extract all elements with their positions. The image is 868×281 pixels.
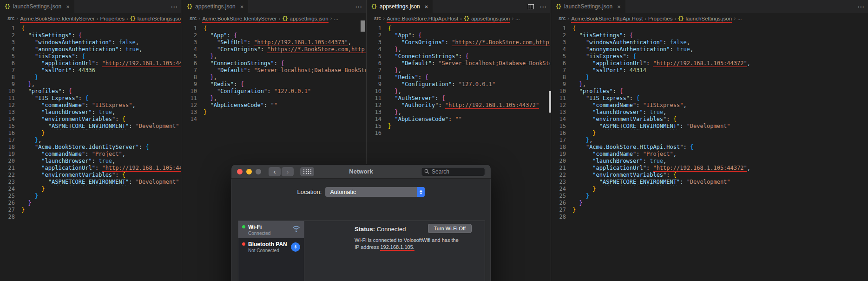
code-line[interactable]: 10 },: [367, 88, 550, 95]
code-line[interactable]: 15 "ASPNETCORE_ENVIRONMENT": "Developmen…: [551, 123, 868, 130]
code-line[interactable]: 16: [367, 130, 550, 137]
tab-close-icon[interactable]: ×: [66, 4, 70, 10]
breadcrumb-segment[interactable]: Acme.BookStore.HttpApi.Host: [571, 16, 643, 23]
more-actions-icon[interactable]: ⋯: [539, 3, 546, 10]
breadcrumb-segment[interactable]: Properties: [648, 16, 672, 23]
code-line[interactable]: 3 "windowsAuthentication": false,: [551, 39, 868, 46]
tab-launchsettings-httpapi-host[interactable]: {} launchSettings.json ×: [551, 0, 626, 13]
back-button[interactable]: ‹: [269, 167, 281, 176]
tab-close-icon[interactable]: ×: [240, 4, 244, 10]
code-line[interactable]: 7 "Default": "Server=localhost;Database=…: [182, 67, 366, 74]
code-line[interactable]: 19 "commandName": "Project",: [0, 151, 181, 158]
service-item-bluetooth-pan[interactable]: Bluetooth PAN Not Connected: [238, 238, 304, 255]
code-line[interactable]: 23 "ASPNETCORE_ENVIRONMENT": "Developmen…: [0, 179, 181, 186]
breadcrumb-segment[interactable]: Acme.BookStore.HttpApi.Host: [387, 16, 458, 23]
code-line[interactable]: 22 "environmentVariables": {: [0, 172, 181, 179]
code-line[interactable]: 12 "Authority": "http://192.168.1.105:44…: [367, 102, 550, 109]
close-window-icon[interactable]: [237, 169, 243, 174]
code-line[interactable]: 19 "commandName": "Project",: [551, 151, 868, 158]
show-all-grid-icon[interactable]: [300, 167, 314, 176]
breadcrumb-segment[interactable]: Acme.BookStore.IdentityServer: [20, 16, 94, 23]
code-line[interactable]: 1{: [182, 25, 366, 32]
window-title-bar[interactable]: ‹ › Network Search: [231, 165, 491, 179]
code-line[interactable]: 4 "anonymousAuthentication": true,: [0, 46, 181, 53]
code-line[interactable]: 1{: [551, 25, 868, 32]
code-line[interactable]: 9 "Redis": {: [182, 81, 366, 88]
code-line[interactable]: 2 "iisSettings": {: [0, 32, 181, 39]
code-line[interactable]: 9 },: [0, 81, 181, 88]
tab-close-icon[interactable]: ×: [425, 4, 428, 10]
code-line[interactable]: 16 }: [551, 130, 868, 137]
tab-close-icon[interactable]: ×: [617, 4, 621, 10]
code-line[interactable]: 12 "commandName": "IISExpress",: [0, 102, 181, 109]
location-dropdown[interactable]: Automatic: [325, 187, 425, 197]
code-line[interactable]: 14: [182, 116, 366, 123]
code-line[interactable]: 14 "AbpLicenseCode": "": [367, 116, 550, 123]
breadcrumb-segment[interactable]: ...: [737, 15, 742, 21]
code-line[interactable]: 18 "Acme.BookStore.IdentityServer": {: [0, 144, 181, 151]
code-line[interactable]: 2 "iisSettings": {: [551, 32, 868, 39]
breadcrumb-file-segment[interactable]: {}launchSettings.json: [678, 16, 732, 23]
code-line[interactable]: 14 "environmentVariables": {: [0, 116, 181, 123]
code-line[interactable]: 23 "ASPNETCORE_ENVIRONMENT": "Developmen…: [551, 179, 868, 186]
code-line[interactable]: 6 "Default": "Server=localhost;Database=…: [367, 60, 550, 67]
breadcrumb-segment[interactable]: Acme.BookStore.IdentityServer: [202, 16, 276, 23]
breadcrumb-segment[interactable]: ...: [515, 15, 520, 21]
code-line[interactable]: 17 },: [551, 137, 868, 144]
breadcrumb-segment[interactable]: ...: [334, 15, 338, 21]
code-line[interactable]: 3 "windowsAuthentication": false,: [0, 39, 181, 46]
code-line[interactable]: 8 }: [0, 74, 181, 81]
minimize-window-icon[interactable]: [246, 169, 252, 174]
code-line[interactable]: 26 }: [0, 200, 181, 207]
code-line[interactable]: 15 "ASPNETCORE_ENVIRONMENT": "Developmen…: [0, 123, 181, 130]
search-field[interactable]: Search: [421, 167, 485, 176]
code-line[interactable]: 5 "iisExpress": {: [0, 53, 181, 60]
code-line[interactable]: 21 "applicationUrl": "http://192.168.1.1…: [551, 165, 868, 172]
code-line[interactable]: 25 }: [551, 193, 868, 200]
code-line[interactable]: 2 "App": {: [367, 32, 550, 39]
code-line[interactable]: 13 "launchBrowser": true,: [551, 109, 868, 116]
breadcrumb-file-segment[interactable]: {}appsettings.json: [464, 16, 510, 23]
code-line[interactable]: 15}: [367, 123, 550, 130]
code-line[interactable]: 9 },: [551, 81, 868, 88]
code-line[interactable]: 13}: [182, 109, 366, 116]
code-line[interactable]: 28: [0, 214, 181, 221]
code-line[interactable]: 26 }: [551, 200, 868, 207]
breadcrumb-file-segment[interactable]: {}launchSettings.json: [130, 16, 181, 23]
code-line[interactable]: 5 "ConnectionStrings": {: [367, 53, 550, 60]
split-editor-icon[interactable]: [528, 4, 534, 9]
code-line[interactable]: 4 "CorsOrigins": "https://*.BookStore.co…: [182, 46, 366, 53]
code-line[interactable]: 20 "launchBrowser": true,: [551, 158, 868, 165]
code-line[interactable]: 13 "launchBrowser": true,: [0, 109, 181, 116]
code-line[interactable]: 5 },: [182, 53, 366, 60]
code-line[interactable]: 11 "AuthServer": {: [367, 95, 550, 102]
code-line[interactable]: 1{: [0, 25, 181, 32]
code-line[interactable]: 27}: [0, 207, 181, 214]
code-line[interactable]: 21 "applicationUrl": "http://192.168.1.1…: [0, 165, 181, 172]
code-line[interactable]: 24 }: [551, 186, 868, 193]
zoom-window-icon[interactable]: [256, 169, 261, 174]
code-line[interactable]: 2 "App": {: [182, 32, 366, 39]
code-line[interactable]: 16 }: [0, 130, 181, 137]
more-actions-icon[interactable]: ⋯: [857, 3, 864, 10]
code-line[interactable]: 3 "SelfUrl": "http://192.168.1.105:44373…: [182, 39, 366, 46]
scrollbar-thumb[interactable]: [361, 20, 365, 32]
code-line[interactable]: 4 },: [367, 46, 550, 53]
code-line[interactable]: 12 "AbpLicenseCode": "": [182, 102, 366, 109]
breadcrumb-segment[interactable]: src: [190, 15, 197, 21]
turn-wifi-off-button[interactable]: Turn Wi-Fi Off: [428, 224, 472, 233]
code-line[interactable]: 8 }: [551, 74, 868, 81]
code-line[interactable]: 17 },: [0, 137, 181, 144]
code-line[interactable]: 6 "applicationUrl": "http://192.168.1.10…: [551, 60, 868, 67]
more-actions-icon[interactable]: ⋯: [355, 3, 362, 10]
code-line[interactable]: 11 "IIS Express": {: [0, 95, 181, 102]
code-line[interactable]: 22 "environmentVariables": {: [551, 172, 868, 179]
breadcrumb-segment[interactable]: src: [559, 15, 566, 21]
code-area[interactable]: 1{2 "iisSettings": {3 "windowsAuthentica…: [551, 23, 868, 281]
code-line[interactable]: 6 "ConnectionStrings": {: [182, 60, 366, 67]
code-line[interactable]: 7 },: [367, 67, 550, 74]
code-line[interactable]: 5 "iisExpress": {: [551, 53, 868, 60]
code-line[interactable]: 7 "sslPort": 44314: [551, 67, 868, 74]
tab-appsettings-identityserver[interactable]: {} appsettings.json ×: [182, 0, 249, 13]
breadcrumb-segment[interactable]: src: [374, 15, 381, 21]
